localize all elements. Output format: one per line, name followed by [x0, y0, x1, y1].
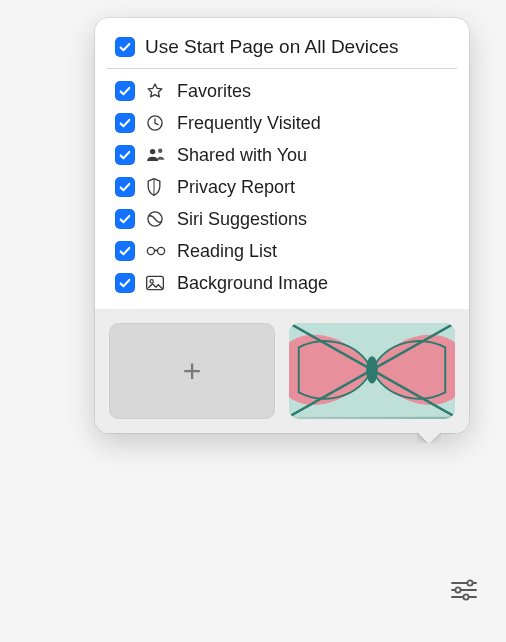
svg-point-13: [455, 587, 460, 592]
option-label: Frequently Visited: [177, 113, 449, 134]
glasses-icon: [145, 240, 167, 262]
checkbox-checked-icon[interactable]: [115, 177, 135, 197]
start-page-settings-button[interactable]: [444, 572, 484, 608]
option-shared-with-you[interactable]: Shared with You: [95, 139, 469, 171]
option-label: Background Image: [177, 273, 449, 294]
option-frequently-visited[interactable]: Frequently Visited: [95, 107, 469, 139]
background-image-picker: +: [95, 309, 469, 433]
divider: [107, 68, 457, 69]
svg-point-7: [150, 280, 153, 283]
option-favorites[interactable]: Favorites: [95, 75, 469, 107]
image-icon: [145, 272, 167, 294]
svg-point-15: [463, 594, 468, 599]
option-siri-suggestions[interactable]: Siri Suggestions: [95, 203, 469, 235]
use-on-all-devices-row[interactable]: Use Start Page on All Devices: [95, 32, 469, 68]
checkbox-checked-icon[interactable]: [115, 209, 135, 229]
plus-icon: +: [183, 353, 202, 390]
option-privacy-report[interactable]: Privacy Report: [95, 171, 469, 203]
svg-point-11: [467, 580, 472, 585]
popover-arrow: [417, 431, 441, 443]
checkbox-checked-icon[interactable]: [115, 81, 135, 101]
checkbox-checked-icon[interactable]: [115, 145, 135, 165]
option-label: Siri Suggestions: [177, 209, 449, 230]
option-label: Favorites: [177, 81, 449, 102]
option-background-image[interactable]: Background Image: [95, 267, 469, 299]
option-label: Reading List: [177, 241, 449, 262]
checkbox-checked-icon[interactable]: [115, 37, 135, 57]
option-label: Shared with You: [177, 145, 449, 166]
checkbox-checked-icon[interactable]: [115, 241, 135, 261]
svg-point-1: [150, 149, 155, 154]
start-page-settings-popover: Use Start Page on All Devices Favorites …: [95, 18, 469, 433]
svg-point-9: [366, 356, 378, 383]
clock-icon: [145, 112, 167, 134]
svg-point-2: [158, 149, 162, 153]
option-reading-list[interactable]: Reading List: [95, 235, 469, 267]
option-label: Privacy Report: [177, 177, 449, 198]
shared-icon: [145, 144, 167, 166]
svg-point-5: [158, 247, 165, 254]
add-background-button[interactable]: +: [109, 323, 275, 419]
sliders-icon: [449, 578, 479, 602]
background-thumbnail[interactable]: [289, 323, 455, 419]
checkbox-checked-icon[interactable]: [115, 273, 135, 293]
use-on-all-devices-label: Use Start Page on All Devices: [145, 36, 449, 58]
svg-point-4: [147, 247, 154, 254]
siri-icon: [145, 208, 167, 230]
checkbox-checked-icon[interactable]: [115, 113, 135, 133]
star-icon: [145, 80, 167, 102]
shield-icon: [145, 176, 167, 198]
